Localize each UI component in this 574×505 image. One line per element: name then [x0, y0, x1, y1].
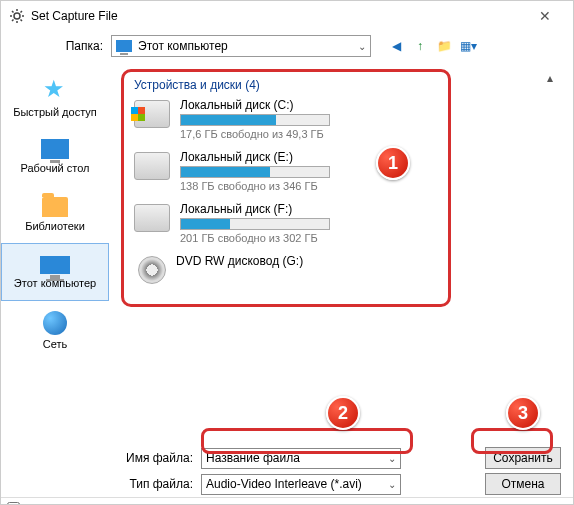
- dvd-icon: [138, 256, 166, 284]
- folder-label: Папка:: [13, 39, 103, 53]
- library-icon: [42, 197, 68, 217]
- back-icon[interactable]: ◀: [387, 37, 405, 55]
- drive-item[interactable]: Локальный диск (C:) 17,6 ГБ свободно из …: [134, 98, 438, 140]
- sidebar-item-network[interactable]: Сеть: [1, 301, 109, 359]
- chevron-down-icon: ⌄: [388, 453, 396, 464]
- sidebar-item-thispc[interactable]: Этот компьютер: [1, 243, 109, 301]
- collapse-icon[interactable]: ▴: [547, 71, 553, 85]
- section-header: Устройства и диски (4): [134, 78, 438, 92]
- drive-icon: [134, 152, 170, 180]
- usage-bar: [180, 166, 330, 178]
- usage-bar: [180, 218, 330, 230]
- folder-value: Этот компьютер: [138, 39, 228, 53]
- star-icon: [39, 79, 71, 103]
- annotation-badge: 1: [376, 146, 410, 180]
- annotation-badge: 2: [326, 396, 360, 430]
- chevron-down-icon: ⌄: [388, 479, 396, 490]
- sidebar-item-desktop[interactable]: Рабочий стол: [1, 127, 109, 185]
- drives-panel: Устройства и диски (4) Локальный диск (C…: [121, 69, 451, 307]
- annotation-badge: 3: [506, 396, 540, 430]
- cancel-button[interactable]: Отмена: [485, 473, 561, 495]
- sidebar-item-libraries[interactable]: Библиотеки: [1, 185, 109, 243]
- annotation-ring: [471, 428, 553, 454]
- network-icon: [43, 311, 67, 335]
- filetype-label: Тип файла:: [13, 477, 193, 491]
- folder-select[interactable]: Этот компьютер ⌄: [111, 35, 371, 57]
- filename-label: Имя файла:: [13, 451, 193, 465]
- annotation-ring: [201, 428, 413, 454]
- usage-bar: [180, 114, 330, 126]
- window-title: Set Capture File: [31, 9, 525, 23]
- view-icon[interactable]: ▦▾: [459, 37, 477, 55]
- drive-icon: [134, 100, 170, 128]
- new-folder-icon[interactable]: 📁: [435, 37, 453, 55]
- gear-icon: [9, 8, 25, 24]
- drive-item[interactable]: Локальный диск (F:) 201 ГБ свободно из 3…: [134, 202, 438, 244]
- checkbox-label: Set this capture filename as the default…: [24, 502, 235, 506]
- drive-item[interactable]: DVD RW дисковод (G:): [134, 254, 438, 284]
- close-button[interactable]: ✕: [525, 8, 565, 24]
- svg-point-0: [14, 13, 20, 19]
- sidebar: Быстрый доступ Рабочий стол Библиотеки Э…: [1, 61, 109, 441]
- sidebar-item-quickaccess[interactable]: Быстрый доступ: [1, 69, 109, 127]
- up-icon[interactable]: ↑: [411, 37, 429, 55]
- desktop-icon: [41, 139, 69, 159]
- chevron-down-icon: ⌄: [358, 41, 366, 52]
- filetype-select[interactable]: Audio-Video Interleave (*.avi) ⌄: [201, 474, 401, 495]
- pc-icon: [116, 40, 132, 52]
- pc-icon: [40, 256, 70, 274]
- drive-icon: [134, 204, 170, 232]
